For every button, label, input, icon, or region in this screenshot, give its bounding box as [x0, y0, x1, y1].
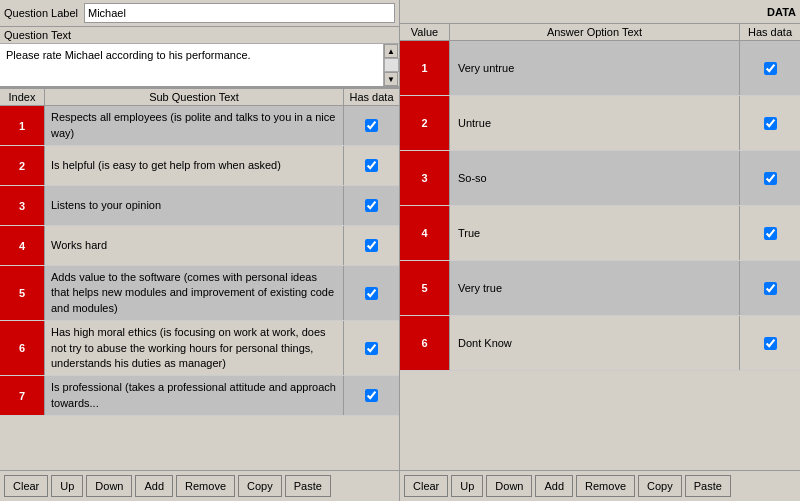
ans-hasdata-checkbox[interactable] — [764, 172, 777, 185]
ans-hasdata-checkbox[interactable] — [764, 337, 777, 350]
list-item: 4True — [400, 206, 800, 261]
ans-hasdata-cell — [740, 206, 800, 260]
subq-text-cell[interactable]: Listens to your opinion — [45, 186, 344, 225]
ans-hasdata-checkbox[interactable] — [764, 282, 777, 295]
table-row: 4Works hard — [0, 226, 399, 266]
right-clear-button[interactable]: Clear — [404, 475, 448, 497]
ans-body: 1Very untrue2Untrue3So-so4True5Very true… — [400, 41, 800, 470]
left-button-bar: Clear Up Down Add Remove Copy Paste — [0, 470, 399, 501]
subq-index-cell: 7 — [0, 376, 45, 415]
question-text-scroll-up[interactable]: ▲ — [384, 44, 398, 58]
subq-hasdata-checkbox[interactable] — [365, 342, 378, 355]
subq-text-cell[interactable]: Is professional (takes a professional at… — [45, 376, 344, 415]
right-button-bar: Clear Up Down Add Remove Copy Paste — [400, 470, 800, 501]
subq-index-cell: 2 — [0, 146, 45, 185]
right-copy-button[interactable]: Copy — [638, 475, 682, 497]
left-remove-button[interactable]: Remove — [176, 475, 235, 497]
ans-value-cell: 6 — [400, 316, 450, 370]
ans-text-cell[interactable]: True — [450, 206, 740, 260]
subq-text-cell[interactable]: Is helpful (is easy to get help from whe… — [45, 146, 344, 185]
list-item: 1Very untrue — [400, 41, 800, 96]
ans-text-cell[interactable]: Dont Know — [450, 316, 740, 370]
left-up-button[interactable]: Up — [51, 475, 83, 497]
right-down-button[interactable]: Down — [486, 475, 532, 497]
left-paste-button[interactable]: Paste — [285, 475, 331, 497]
list-item: 6Dont Know — [400, 316, 800, 371]
subq-hasdata-checkbox[interactable] — [365, 239, 378, 252]
subq-hasdata-cell — [344, 186, 399, 225]
subq-body: 1Respects all employees (is polite and t… — [0, 106, 399, 470]
subq-hasdata-cell — [344, 266, 399, 320]
question-label-label: Question Label — [4, 7, 78, 19]
ans-hasdata-checkbox[interactable] — [764, 62, 777, 75]
ans-hasdata-cell — [740, 261, 800, 315]
ans-hasdata-checkbox[interactable] — [764, 227, 777, 240]
ans-hasdata-cell — [740, 41, 800, 95]
subq-text-cell[interactable]: Has high moral ethics (is focusing on wo… — [45, 321, 344, 375]
ans-hasdata-cell — [740, 96, 800, 150]
subq-index-cell: 1 — [0, 106, 45, 145]
table-row: 6Has high moral ethics (is focusing on w… — [0, 321, 399, 376]
table-row: 1Respects all employees (is polite and t… — [0, 106, 399, 146]
table-row: 2Is helpful (is easy to get help from wh… — [0, 146, 399, 186]
list-item: 2Untrue — [400, 96, 800, 151]
right-paste-button[interactable]: Paste — [685, 475, 731, 497]
subq-hasdata-checkbox[interactable] — [365, 287, 378, 300]
ans-col-hasdata-header: Has data — [740, 24, 800, 40]
ans-text-cell[interactable]: Untrue — [450, 96, 740, 150]
ans-hasdata-cell — [740, 151, 800, 205]
ans-hasdata-checkbox[interactable] — [764, 117, 777, 130]
ans-col-text-header: Answer Option Text — [450, 24, 740, 40]
list-item: 3So-so — [400, 151, 800, 206]
subq-hasdata-cell — [344, 146, 399, 185]
left-clear-button[interactable]: Clear — [4, 475, 48, 497]
ans-value-cell: 2 — [400, 96, 450, 150]
table-row: 3Listens to your opinion — [0, 186, 399, 226]
subq-index-cell: 3 — [0, 186, 45, 225]
ans-col-value-header: Value — [400, 24, 450, 40]
right-remove-button[interactable]: Remove — [576, 475, 635, 497]
subq-hasdata-cell — [344, 226, 399, 265]
subq-index-cell: 6 — [0, 321, 45, 375]
question-text-scroll-down[interactable]: ▼ — [384, 72, 398, 86]
subq-hasdata-checkbox[interactable] — [365, 159, 378, 172]
data-top-label: DATA — [767, 6, 796, 18]
table-row: 5Adds value to the software (comes with … — [0, 266, 399, 321]
question-label-input[interactable] — [84, 3, 395, 23]
subq-index-cell: 4 — [0, 226, 45, 265]
question-text-header: Question Text — [0, 27, 399, 44]
ans-value-cell: 3 — [400, 151, 450, 205]
table-row: 7Is professional (takes a professional a… — [0, 376, 399, 416]
subq-hasdata-checkbox[interactable] — [365, 389, 378, 402]
subq-index-cell: 5 — [0, 266, 45, 320]
subq-hasdata-cell — [344, 376, 399, 415]
subq-text-cell[interactable]: Respects all employees (is polite and ta… — [45, 106, 344, 145]
subq-hasdata-cell — [344, 321, 399, 375]
subq-text-cell[interactable]: Adds value to the software (comes with p… — [45, 266, 344, 320]
subq-hasdata-checkbox[interactable] — [365, 119, 378, 132]
right-add-button[interactable]: Add — [535, 475, 573, 497]
ans-text-cell[interactable]: Very untrue — [450, 41, 740, 95]
subq-text-cell[interactable]: Works hard — [45, 226, 344, 265]
subq-col-index-header: Index — [0, 89, 45, 105]
list-item: 5Very true — [400, 261, 800, 316]
subq-col-hasdata-header: Has data — [344, 89, 399, 105]
ans-value-cell: 1 — [400, 41, 450, 95]
ans-text-cell[interactable]: So-so — [450, 151, 740, 205]
subq-hasdata-checkbox[interactable] — [365, 199, 378, 212]
ans-value-cell: 4 — [400, 206, 450, 260]
subq-hasdata-cell — [344, 106, 399, 145]
left-add-button[interactable]: Add — [135, 475, 173, 497]
ans-value-cell: 5 — [400, 261, 450, 315]
question-text-content[interactable]: Please rate Michael according to his per… — [0, 44, 383, 86]
left-down-button[interactable]: Down — [86, 475, 132, 497]
ans-text-cell[interactable]: Very true — [450, 261, 740, 315]
left-copy-button[interactable]: Copy — [238, 475, 282, 497]
subq-col-text-header: Sub Question Text — [45, 89, 344, 105]
right-up-button[interactable]: Up — [451, 475, 483, 497]
ans-hasdata-cell — [740, 316, 800, 370]
question-text-scroll-track — [384, 58, 399, 72]
